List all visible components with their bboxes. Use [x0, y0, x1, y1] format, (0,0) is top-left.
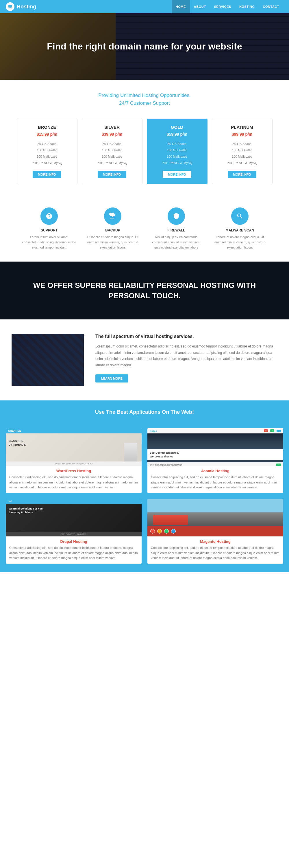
brand-label: Hosting	[17, 4, 36, 10]
about-image	[11, 334, 84, 386]
svg-rect-4	[110, 217, 115, 217]
nav-services[interactable]: SERVICES	[210, 0, 235, 13]
magento-title: Magento Hosting	[151, 539, 280, 544]
magento-thumb-bg	[147, 499, 283, 536]
hero-section: Find the right domain name for your webs…	[0, 13, 289, 80]
magento-dot-4	[171, 529, 176, 533]
joomla-card-info: Joomla Hosting Consectetur adipiscing el…	[147, 466, 283, 493]
joomla-city-img	[147, 433, 283, 450]
nav-home[interactable]: HOME	[172, 0, 190, 13]
service-firewall: FIREWALL Nisi ut aliquip ex ea commodo c…	[145, 208, 208, 250]
why-check: ✓	[276, 464, 281, 466]
pricing-bronze: BRONZE $15.99 p/m 30 GB Space 100 GB Tra…	[17, 119, 77, 184]
magento-desc: Consectetur adipiscing elit, sed do eius…	[151, 546, 280, 561]
drupal-desc: Consectetur adipiscing elit, sed do eius…	[9, 546, 138, 561]
silver-features: 30 GB Space 100 GB Traffic 100 Mailboxes…	[86, 141, 138, 166]
support-desc: Lorem ipsum dolor sit amet consectetur a…	[22, 235, 77, 250]
platinum-features: 30 GB Space 100 GB Traffic 100 Mailboxes…	[216, 141, 268, 166]
support-icon	[40, 208, 58, 225]
gold-name: GOLD	[151, 125, 203, 130]
about-body: Lorem ipsum dolor sit amet, consectetur …	[95, 343, 278, 368]
joomla-desc: Consectetur adipiscing elit, sed do eius…	[151, 475, 280, 490]
firewall-desc: Nisi ut aliquip ex ea commodo consequat …	[149, 235, 204, 250]
learn-more-btn[interactable]: LEARN MORE	[95, 374, 128, 382]
app-wordpress: CREATIVE ENJOY THEDIFFERENCE. WELCOME TO…	[6, 428, 142, 493]
pricing-section: BRONZE $15.99 p/m 30 GB Space 100 GB Tra…	[0, 116, 289, 199]
drupal-thumb: 100 We Build Solutions For YourEveryday …	[6, 499, 142, 536]
pricing-platinum: PLATINUM $99.99 p/m 30 GB Space 100 GB T…	[212, 119, 273, 184]
hero-headline: Find the right domain name for your webs…	[47, 40, 242, 53]
wp-card-info: WordPress Hosting Consectetur adipiscing…	[6, 466, 142, 493]
wp-desc: Consectetur adipiscing elit, sed do eius…	[9, 475, 138, 490]
gold-features: 30 GB Space 100 GB Traffic 100 Mailboxes…	[151, 141, 203, 166]
joomla-title: Joomla Hosting	[151, 469, 280, 473]
drupal-header-label: 100	[8, 500, 12, 503]
reliability-headline: WE OFFER SUPERB RELIABILITY PERSONAL HOS…	[17, 280, 272, 301]
support-title: SUPPORT	[22, 228, 77, 232]
brand: Hosting	[6, 2, 36, 11]
apps-headline: Use The Best Applications On The Web!	[6, 409, 283, 415]
bronze-price: $15.99 p/m	[22, 132, 73, 136]
wp-header-label: CREATIVE	[8, 429, 21, 432]
pricing-silver: SILVER $39.99 p/m 30 GB Space 100 GB Tra…	[82, 119, 142, 184]
tagline-text: Providing Unlimited Hosting Opportunitie…	[6, 91, 283, 107]
malware-desc: Labore et dolore magna aliqua. Ut enim a…	[212, 235, 267, 250]
backup-icon	[104, 208, 121, 225]
app-joomla: webco ★ ✓ → Best Joomla templates,WordPr…	[147, 428, 283, 493]
app-drupal: 100 We Build Solutions For YourEveryday …	[6, 499, 142, 564]
joomla-header: webco ★ ✓ →	[147, 428, 283, 433]
svg-rect-0	[8, 5, 12, 7]
platinum-name: PLATINUM	[216, 125, 268, 130]
tagline-line2: 24/7 Customer Support	[119, 100, 170, 106]
drupal-footer: WELCOME TO HUNDRED	[6, 532, 142, 536]
gold-btn[interactable]: MORE INFO	[163, 171, 191, 178]
reliability-section: WE OFFER SUPERB RELIABILITY PERSONAL HOS…	[0, 261, 289, 319]
tagline-line1: Providing Unlimited Hosting Opportunitie…	[98, 93, 190, 98]
service-backup: BACKUP Ut labore et dolore magna aliqua.…	[81, 208, 145, 250]
about-title: The full spectrum of virtual hosting ser…	[95, 334, 278, 339]
drupal-thumb-bg: 100 We Build Solutions For YourEveryday …	[6, 499, 142, 536]
wp-title: WordPress Hosting	[9, 469, 138, 473]
about-section: The full spectrum of virtual hosting ser…	[0, 319, 289, 400]
magento-thumb	[147, 499, 283, 536]
malware-icon	[231, 208, 249, 225]
app-magento: Magento Hosting Consectetur adipiscing e…	[147, 499, 283, 564]
nav-about[interactable]: ABOUT	[190, 0, 210, 13]
backup-title: BACKUP	[85, 228, 140, 232]
silver-price: $39.99 p/m	[86, 132, 138, 136]
wp-text-overlay: ENJOY THEDIFFERENCE.	[9, 439, 26, 446]
services-section: SUPPORT Lorem ipsum dolor sit amet conse…	[0, 199, 289, 261]
svg-rect-3	[110, 216, 115, 216]
service-malware: MALWARE SCAN Labore et dolore magna aliq…	[208, 208, 272, 250]
joomla-text-area: Best Joomla templates,WordPress themes	[147, 450, 283, 460]
drupal-header: 100	[6, 499, 142, 504]
silver-name: SILVER	[86, 125, 138, 130]
platinum-btn[interactable]: MORE INFO	[228, 171, 256, 178]
wordpress-thumb: CREATIVE ENJOY THEDIFFERENCE. WELCOME TO…	[6, 428, 142, 466]
wp-thumb-bg: CREATIVE ENJOY THEDIFFERENCE. WELCOME TO…	[6, 428, 142, 466]
magento-dot-2	[157, 529, 162, 533]
silver-btn[interactable]: MORE INFO	[98, 171, 126, 178]
why-label: WHY CHOOSE OUR PRODUCTS?	[150, 464, 182, 466]
bronze-btn[interactable]: MORE INFO	[33, 171, 61, 178]
navbar: Hosting HOME ABOUT SERVICES HOSTING CONT…	[0, 0, 289, 13]
service-support: SUPPORT Lorem ipsum dolor sit amet conse…	[17, 208, 81, 250]
firewall-icon	[168, 208, 185, 225]
brand-icon	[6, 2, 14, 11]
wp-thumb-header: CREATIVE	[6, 428, 142, 433]
nav-contact[interactable]: CONTACT	[259, 0, 283, 13]
tagline-section: Providing Unlimited Hosting Opportunitie…	[0, 80, 289, 116]
malware-title: MALWARE SCAN	[212, 228, 267, 232]
bronze-features: 30 GB Space 100 GB Traffic 100 Mailboxes…	[22, 141, 73, 166]
backup-desc: Ut labore et dolore magna aliqua. Ut eni…	[85, 235, 140, 250]
magento-bar	[147, 526, 283, 536]
gold-price: $59.99 p/m	[151, 132, 203, 136]
apps-section: Use The Best Applications On The Web!	[0, 400, 289, 428]
drupal-text: We Build Solutions For YourEveryday Prob…	[9, 507, 139, 515]
nav-hosting[interactable]: HOSTING	[235, 0, 259, 13]
bronze-name: BRONZE	[22, 125, 73, 130]
drupal-title: Drupal Hosting	[9, 539, 138, 544]
svg-rect-2	[9, 7, 11, 8]
about-content: The full spectrum of virtual hosting ser…	[95, 334, 278, 382]
magento-dot-1	[150, 529, 155, 533]
